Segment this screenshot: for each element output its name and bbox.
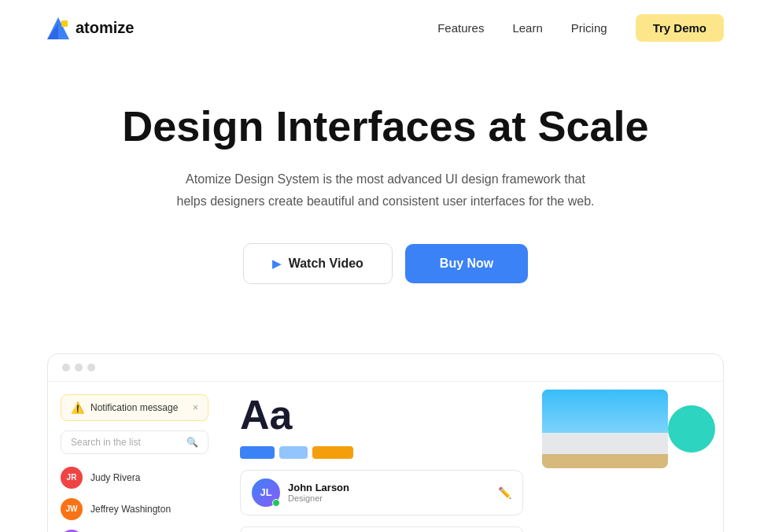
online-badge bbox=[272, 499, 280, 507]
color-swatches bbox=[240, 446, 523, 459]
edit-icon[interactable]: ✏️ bbox=[498, 486, 511, 499]
search-bar[interactable]: Search in the list 🔍 bbox=[61, 430, 208, 454]
list-item[interactable]: LG Lawrence Gibson bbox=[61, 525, 208, 532]
teal-circle bbox=[668, 405, 715, 453]
watch-video-button[interactable]: ▶ Watch Video bbox=[243, 243, 393, 284]
navbar: atomize Features Learn Pricing Try Demo bbox=[0, 0, 771, 56]
logo-icon bbox=[47, 17, 69, 39]
nav-features[interactable]: Features bbox=[437, 21, 484, 35]
landscape-image bbox=[542, 390, 668, 468]
list-item[interactable]: JW Jeffrey Washington bbox=[61, 493, 208, 525]
list-item-name: Jeffrey Washington bbox=[90, 504, 171, 515]
panel-right bbox=[542, 382, 723, 532]
window-dot-2 bbox=[75, 364, 83, 371]
notification-close[interactable]: × bbox=[193, 402, 198, 413]
list-item[interactable]: JR Judy Rivera bbox=[61, 462, 208, 493]
profile-card: JL John Larson Designer ✏️ bbox=[240, 470, 523, 515]
preview-titlebar bbox=[48, 354, 723, 382]
nav-links: Features Learn Pricing Try Demo bbox=[437, 14, 724, 42]
hero-title: Design Interfaces at Scale bbox=[31, 103, 740, 150]
search-placeholder: Search in the list bbox=[71, 437, 141, 448]
panel-center: Aa JL John Larson Designer ✏️ bbox=[221, 382, 542, 532]
profile-name: John Larson bbox=[288, 482, 349, 493]
list-item-name: Judy Rivera bbox=[90, 472, 140, 483]
svg-rect-2 bbox=[61, 20, 68, 27]
nav-pricing[interactable]: Pricing bbox=[571, 21, 607, 35]
nav-learn[interactable]: Learn bbox=[512, 21, 542, 35]
avatar: JR bbox=[61, 467, 83, 489]
warning-icon: ⚠️ bbox=[71, 401, 84, 414]
input-row[interactable]: Input | 👤 bbox=[240, 526, 523, 532]
search-icon: 🔍 bbox=[186, 437, 198, 448]
profile-role: Designer bbox=[288, 493, 349, 503]
hero-section: Design Interfaces at Scale Atomize Desig… bbox=[0, 56, 771, 353]
window-dot-3 bbox=[87, 364, 95, 371]
profile-avatar: JL bbox=[252, 478, 280, 507]
window-dot-1 bbox=[62, 364, 70, 371]
panel-left: ⚠️ Notification message × Search in the … bbox=[48, 382, 221, 532]
try-demo-button[interactable]: Try Demo bbox=[636, 14, 724, 42]
play-icon: ▶ bbox=[272, 257, 281, 270]
preview-card: ⚠️ Notification message × Search in the … bbox=[47, 353, 724, 532]
logo[interactable]: atomize bbox=[47, 17, 134, 39]
hero-subtitle: Atomize Design System is the most advanc… bbox=[173, 168, 598, 211]
hero-buttons: ▶ Watch Video Buy Now bbox=[31, 243, 740, 284]
watch-video-label: Watch Video bbox=[289, 257, 363, 271]
typography-demo: Aa bbox=[240, 394, 523, 435]
avatar: JW bbox=[61, 498, 83, 520]
swatch-light-blue bbox=[279, 446, 308, 459]
swatch-blue bbox=[240, 446, 275, 459]
logo-text: atomize bbox=[76, 19, 134, 37]
notification-bar: ⚠️ Notification message × bbox=[61, 394, 208, 421]
notification-text: Notification message bbox=[90, 402, 178, 413]
buy-now-button[interactable]: Buy Now bbox=[405, 244, 528, 283]
preview-content: ⚠️ Notification message × Search in the … bbox=[48, 382, 723, 532]
swatch-amber bbox=[312, 446, 353, 459]
